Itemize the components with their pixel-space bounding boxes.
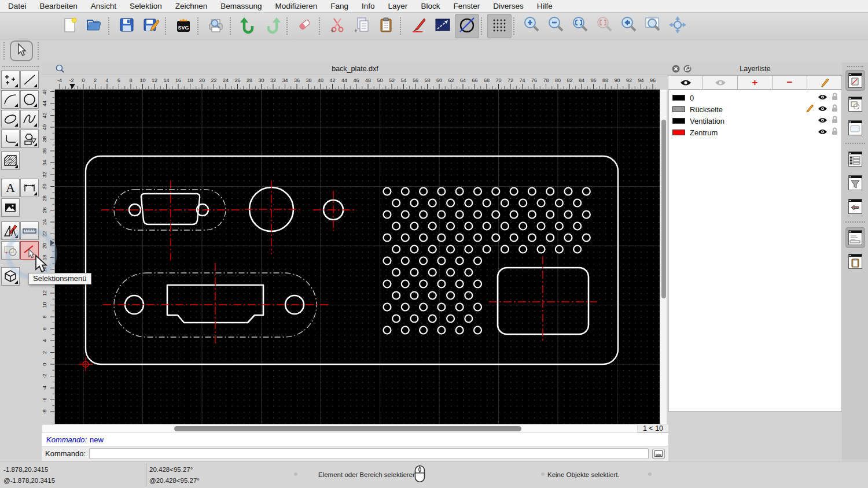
menu-bearbeiten[interactable]: Bearbeiten bbox=[40, 2, 78, 10]
dock-shapes-panel-button[interactable] bbox=[845, 94, 865, 114]
zoom-out-button[interactable] bbox=[544, 14, 568, 38]
pen-attributes-button[interactable] bbox=[406, 14, 431, 38]
layer-row-ventilation[interactable]: Ventilation bbox=[669, 115, 841, 127]
image-tool[interactable] bbox=[1, 198, 20, 217]
grid-toggle-button[interactable] bbox=[487, 14, 512, 38]
circle-tool[interactable] bbox=[20, 90, 39, 109]
cut-button[interactable]: + bbox=[325, 14, 350, 38]
dimension-tool[interactable] bbox=[20, 179, 39, 197]
layer-lock-icon[interactable] bbox=[832, 104, 838, 114]
layer-row-rückseite[interactable]: Rückseite bbox=[669, 103, 841, 115]
select-arrow-button[interactable] bbox=[10, 40, 33, 61]
polyline-tool[interactable] bbox=[1, 130, 20, 148]
layer-row-0[interactable]: 0 bbox=[669, 92, 841, 103]
open-file-button[interactable] bbox=[82, 14, 106, 38]
dock-handle[interactable] bbox=[847, 66, 863, 67]
block-tool[interactable] bbox=[1, 267, 20, 286]
detach-icon[interactable] bbox=[683, 65, 692, 75]
layer-lock-icon[interactable] bbox=[832, 93, 838, 103]
hint-text: Element oder Bereich selektieren bbox=[318, 471, 416, 478]
dock-block-panel-button[interactable] bbox=[845, 196, 865, 217]
vertical-scrollbar-thumb[interactable] bbox=[661, 120, 666, 298]
zoom-previous-button[interactable] bbox=[617, 14, 641, 38]
menu-diverses[interactable]: Diverses bbox=[493, 2, 524, 10]
line-tool[interactable] bbox=[20, 71, 39, 89]
paste-button[interactable] bbox=[374, 14, 398, 38]
toolbar-separator bbox=[286, 17, 291, 35]
dock-pen-panel-button[interactable] bbox=[845, 70, 865, 91]
delete-button[interactable] bbox=[293, 14, 317, 38]
menu-ansicht[interactable]: Ansicht bbox=[91, 2, 116, 10]
measure-tool[interactable] bbox=[20, 221, 39, 240]
menu-datei[interactable]: Datei bbox=[8, 2, 27, 10]
new-file-button[interactable] bbox=[58, 14, 82, 38]
dock-clipboard-panel-button[interactable] bbox=[845, 251, 865, 272]
menu-bemassung[interactable]: Bemassung bbox=[220, 2, 262, 10]
drawing-canvas[interactable] bbox=[55, 90, 660, 424]
remove-layer-button[interactable]: − bbox=[772, 75, 807, 90]
redo-button[interactable] bbox=[260, 14, 285, 38]
document-titlebar[interactable]: back_plate.dxf bbox=[42, 62, 668, 75]
hatch-tool[interactable] bbox=[1, 151, 20, 170]
points-tool[interactable] bbox=[1, 71, 20, 89]
zoom-window-button[interactable] bbox=[641, 14, 665, 38]
undo-button[interactable] bbox=[236, 14, 260, 38]
menu-fenster[interactable]: Fenster bbox=[453, 2, 480, 10]
toolbar-handle[interactable] bbox=[38, 42, 41, 60]
zoom-in-button[interactable] bbox=[520, 14, 544, 38]
vertical-scrollbar[interactable] bbox=[660, 90, 667, 424]
palette-handle[interactable] bbox=[2, 66, 39, 68]
polygon-tool[interactable] bbox=[20, 130, 39, 148]
menu-modifizieren[interactable]: Modifizieren bbox=[275, 2, 318, 10]
horizontal-scrollbar[interactable] bbox=[42, 424, 638, 433]
arc-tool[interactable] bbox=[1, 90, 20, 109]
layer-visibility-eye-icon[interactable] bbox=[818, 116, 827, 126]
menu-selektion[interactable]: Selektion bbox=[130, 2, 162, 10]
export-svg-button[interactable]: SVG bbox=[171, 14, 196, 38]
svg-text:12: 12 bbox=[42, 290, 47, 296]
command-input[interactable] bbox=[89, 448, 649, 459]
hide-all-layers-button[interactable] bbox=[703, 75, 738, 90]
dock-layer-list-button[interactable] bbox=[845, 149, 865, 169]
layer-visibility-eye-icon[interactable] bbox=[818, 104, 827, 114]
layer-lock-icon[interactable] bbox=[832, 116, 838, 126]
menu-layer[interactable]: Layer bbox=[388, 2, 408, 10]
add-layer-button[interactable]: + bbox=[737, 75, 773, 90]
save-as-button[interactable] bbox=[139, 14, 163, 38]
layer-visibility-eye-icon[interactable] bbox=[818, 93, 827, 103]
dock-filter-panel-button[interactable] bbox=[845, 172, 865, 193]
layer-panel-titlebar[interactable]: Layerliste bbox=[668, 62, 842, 75]
print-preview-button[interactable] bbox=[204, 14, 228, 38]
ellipse-tool[interactable] bbox=[1, 110, 20, 128]
line-attributes-button[interactable] bbox=[431, 14, 455, 38]
spline-tool[interactable] bbox=[20, 110, 39, 128]
command-keyboard-button[interactable] bbox=[652, 449, 665, 459]
close-icon[interactable] bbox=[672, 65, 680, 75]
menu-info[interactable]: Info bbox=[362, 2, 375, 10]
copy-button[interactable]: + bbox=[350, 14, 374, 38]
menu-fang[interactable]: Fang bbox=[330, 2, 348, 10]
zoom-current-icon bbox=[595, 16, 614, 36]
edit-layer-button[interactable] bbox=[807, 75, 842, 90]
zoom-auto-button[interactable] bbox=[568, 14, 593, 38]
svg-text:64: 64 bbox=[460, 77, 466, 83]
horizontal-scrollbar-thumb[interactable] bbox=[174, 426, 521, 431]
menu-block[interactable]: Block bbox=[421, 2, 440, 10]
layer-visibility-eye-icon[interactable] bbox=[818, 127, 827, 138]
order-tool[interactable] bbox=[1, 241, 20, 260]
text-tool[interactable]: A bbox=[1, 179, 20, 197]
dock-command-panel-button[interactable] bbox=[845, 227, 865, 248]
save-button[interactable] bbox=[115, 14, 139, 38]
modify-tool[interactable] bbox=[1, 221, 20, 240]
dock-library-panel-button[interactable] bbox=[845, 117, 865, 138]
menu-hilfe[interactable]: Hilfe bbox=[537, 2, 553, 10]
zoom-current-button[interactable] bbox=[593, 14, 617, 38]
zoom-pan-button[interactable] bbox=[665, 14, 690, 38]
menu-zeichnen[interactable]: Zeichnen bbox=[175, 2, 208, 10]
show-all-layers-button[interactable] bbox=[668, 75, 703, 90]
toolbar-handle[interactable] bbox=[3, 42, 7, 60]
layer-lock-icon[interactable] bbox=[832, 127, 838, 138]
layer-row-zentrum[interactable]: Zentrum bbox=[669, 127, 841, 138]
entity-visibility-button[interactable] bbox=[455, 14, 479, 38]
svg-text:74: 74 bbox=[519, 77, 525, 83]
